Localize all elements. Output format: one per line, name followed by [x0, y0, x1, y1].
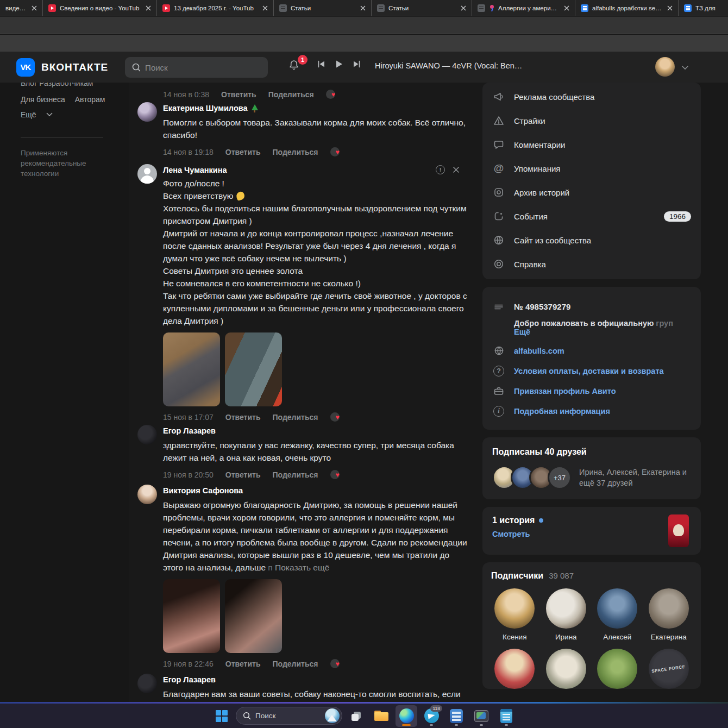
notepad-button[interactable] [495, 705, 517, 727]
avito-profile-row[interactable]: Привязан профиль Авито [492, 381, 691, 401]
menu-item-events[interactable]: События 1966 [482, 204, 701, 228]
comment-author[interactable]: Лена Чуманкина [163, 166, 227, 174]
play-icon[interactable] [335, 60, 343, 68]
comment-date[interactable]: 14 ноя в 0:38 [163, 90, 209, 99]
subscriber[interactable]: Алексей [594, 588, 641, 641]
sidebar-link-authors[interactable]: Авторам [75, 95, 105, 104]
liked-by-icon[interactable]: ♥ [330, 658, 344, 669]
close-icon[interactable] [261, 4, 269, 12]
friends-more-count[interactable]: +37 [548, 466, 572, 489]
photo-ear-2[interactable] [225, 579, 282, 653]
start-button[interactable] [211, 705, 233, 727]
photo-dog-before[interactable] [163, 332, 220, 406]
comment-author[interactable]: Виктория Сафонова [163, 486, 243, 495]
photo-ear-1[interactable] [163, 579, 220, 653]
menu-item-help[interactable]: Справка [482, 252, 701, 276]
file-explorer-button[interactable] [371, 705, 392, 727]
close-icon[interactable] [145, 4, 152, 12]
menu-item-strikes[interactable]: Страйки [482, 109, 701, 133]
menu-item-ads[interactable]: Реклама сообщества [482, 85, 701, 109]
comment-author[interactable]: Егор Лазарев [163, 675, 216, 684]
tab-video-info[interactable]: Сведения о видео - YouTub [42, 0, 156, 16]
tab-allergies[interactable]: Аллергии у американс [472, 0, 575, 16]
subscriber[interactable] [543, 649, 590, 689]
task-view-button[interactable] [346, 705, 367, 727]
story-thumbnail[interactable] [668, 514, 689, 547]
share-button[interactable]: Поделиться [273, 660, 318, 668]
reply-button[interactable]: Ответить [225, 660, 261, 668]
liked-by-icon[interactable]: ♥ [330, 147, 344, 158]
share-button[interactable]: Поделиться [273, 148, 318, 156]
calculator-button[interactable] [445, 705, 467, 727]
avatar[interactable] [137, 485, 157, 504]
avatar[interactable] [137, 425, 157, 444]
avatar[interactable] [137, 674, 157, 693]
photos-app-button[interactable] [470, 705, 492, 727]
reply-button[interactable]: Ответить [225, 413, 261, 422]
subscriber[interactable]: Ксения [491, 588, 538, 641]
search-input[interactable] [145, 63, 261, 72]
tab-video[interactable]: видео - YouTub [0, 0, 42, 16]
liked-by-icon[interactable]: ♥ [326, 89, 340, 100]
sidebar-link-business[interactable]: Для бизнеса [21, 95, 65, 104]
liked-by-icon[interactable]: ♥ [330, 469, 344, 480]
avatar[interactable] [137, 102, 157, 122]
subscriber[interactable] [594, 649, 641, 689]
payment-terms-row[interactable]: Условия оплаты, доставки и возврата [492, 361, 691, 381]
avatar[interactable] [137, 164, 157, 184]
menu-item-comments[interactable]: Комментарии [482, 133, 701, 156]
notifications-button[interactable]: 1 [287, 58, 305, 77]
comment-date[interactable]: 19 ноя в 20:50 [163, 470, 214, 479]
subscriber[interactable]: Ирина [543, 588, 590, 641]
chevron-down-icon[interactable] [681, 65, 689, 70]
subscriber[interactable]: SPACE FORCE [645, 649, 693, 689]
search-bar[interactable] [125, 57, 268, 78]
taskbar-search[interactable] [236, 707, 342, 725]
subscriber[interactable] [491, 649, 538, 689]
close-icon[interactable] [563, 4, 570, 12]
comment-author[interactable]: Егор Лазарев [163, 426, 216, 435]
tab-alfabulls-doc[interactable]: alfabulls доработки seo - G [575, 0, 678, 16]
detailed-info-row[interactable]: Подробная информация [492, 401, 691, 421]
tab-articles-2[interactable]: Статьи [371, 0, 472, 16]
close-icon[interactable] [460, 4, 467, 12]
next-track-icon[interactable] [352, 59, 362, 69]
comment-date[interactable]: 14 ноя в 19:18 [163, 148, 214, 156]
menu-item-mentions[interactable]: @ Упоминания [482, 156, 701, 180]
edge-browser-button[interactable] [396, 705, 417, 727]
sidebar-row-cut[interactable]: Блог Разработчикам [21, 83, 118, 89]
close-icon[interactable] [666, 4, 674, 12]
tab-articles-1[interactable]: Статьи [273, 0, 371, 16]
watch-story-link[interactable]: Смотреть [492, 530, 691, 538]
close-icon[interactable] [359, 4, 367, 12]
liked-by-icon[interactable]: ♥ [330, 412, 344, 423]
share-button[interactable]: Поделиться [268, 90, 314, 99]
reply-button[interactable]: Ответить [225, 148, 261, 156]
vk-logo[interactable]: VK [16, 58, 35, 77]
previous-track-icon[interactable] [316, 59, 326, 69]
telegram-button[interactable]: 118 [421, 705, 442, 727]
close-icon[interactable] [453, 166, 460, 173]
vk-brand[interactable]: ВКОНТАКТЕ [41, 61, 108, 73]
share-button[interactable]: Поделиться [273, 413, 318, 422]
profile-avatar[interactable] [655, 57, 675, 77]
menu-item-stories-archive[interactable]: Архив историй [482, 180, 701, 204]
comment-date[interactable]: 19 ноя в 22:46 [163, 660, 214, 668]
sidebar-link-more[interactable]: Ещё [21, 110, 36, 119]
comment-author[interactable]: Екатерина Шумилова [163, 104, 248, 112]
taskbar-search-input[interactable] [255, 712, 315, 720]
share-button[interactable]: Поделиться [273, 470, 318, 479]
reply-button[interactable]: Ответить [225, 470, 261, 479]
status-more-link[interactable]: Ещё [514, 328, 530, 336]
menu-item-community-site[interactable]: Сайт из сообщества [482, 228, 701, 252]
reply-button[interactable]: Ответить [221, 90, 256, 99]
track-title[interactable]: Hiroyuki SAWANO — 4eVR (Vocal: Ben… [375, 61, 587, 70]
photo-dog-after[interactable] [225, 332, 282, 406]
tab-tz-doc[interactable]: ТЗ для [678, 0, 728, 16]
close-icon[interactable] [30, 4, 38, 12]
comment-date[interactable]: 15 ноя в 17:07 [163, 413, 214, 422]
tab-date-video[interactable]: 13 декабря 2025 г. - YouTub [156, 0, 273, 16]
subscriber[interactable]: Екатерина [645, 588, 693, 641]
community-website-row[interactable]: alfabulls.com [492, 341, 691, 361]
show-more-button[interactable]: Показать ещё [275, 563, 329, 572]
